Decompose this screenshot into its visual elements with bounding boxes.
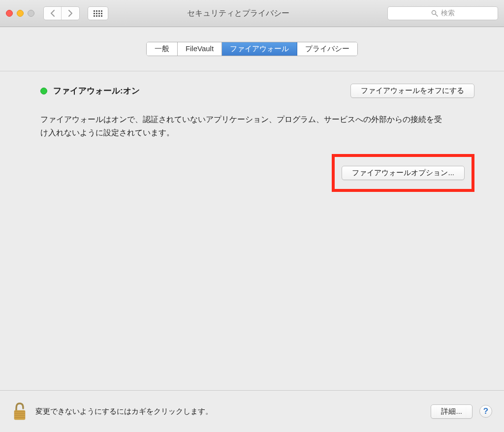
highlight-annotation: ファイアウォールオプション... — [332, 154, 474, 192]
turn-off-firewall-button[interactable]: ファイアウォールをオフにする — [350, 84, 474, 98]
firewall-status: ファイアウォール:オン — [40, 85, 140, 96]
tab-privacy[interactable]: プライバシー — [297, 42, 357, 56]
minimize-window-button[interactable] — [17, 10, 24, 17]
preferences-window: セキュリティとプライバシー 検索 一般 FileVault ファイアウォール プ… — [0, 0, 504, 432]
tabs-container: 一般 FileVault ファイアウォール プライバシー — [0, 42, 504, 56]
lock-icon[interactable] — [12, 401, 28, 421]
lock-description: 変更できないようにするにはカギをクリックします。 — [35, 407, 423, 416]
footer-bar: 変更できないようにするにはカギをクリックします。 詳細... ? — [0, 390, 504, 432]
status-indicator-icon — [40, 88, 47, 94]
svg-rect-5 — [14, 415, 25, 416]
tab-filevault[interactable]: FileVault — [178, 42, 222, 56]
maximize-window-button[interactable] — [28, 10, 34, 17]
tab-general[interactable]: 一般 — [147, 42, 178, 56]
svg-rect-3 — [14, 411, 25, 412]
search-icon — [431, 10, 438, 17]
search-input[interactable]: 検索 — [387, 6, 498, 20]
svg-point-0 — [432, 11, 436, 15]
forward-button[interactable] — [62, 7, 79, 20]
traffic-lights — [6, 10, 34, 17]
back-button[interactable] — [44, 7, 62, 20]
advanced-button[interactable]: 詳細... — [431, 404, 472, 419]
firewall-panel: ファイアウォール:オン ファイアウォールをオフにする ファイアウォールはオンで、… — [0, 71, 504, 390]
close-window-button[interactable] — [6, 10, 13, 17]
footer-right: 詳細... ? — [431, 404, 492, 419]
firewall-description: ファイアウォールはオンで、認証されていないアプリケーション、プログラム、サービス… — [40, 113, 449, 139]
firewall-status-label: ファイアウォール:オン — [53, 85, 140, 96]
content-area: 一般 FileVault ファイアウォール プライバシー ファイアウォール:オン… — [0, 27, 504, 432]
nav-buttons-group — [43, 6, 80, 20]
titlebar: セキュリティとプライバシー 検索 — [0, 0, 504, 27]
chevron-right-icon — [67, 10, 73, 17]
svg-rect-4 — [14, 413, 25, 414]
firewall-status-row: ファイアウォール:オン ファイアウォールをオフにする — [40, 84, 474, 98]
tab-firewall[interactable]: ファイアウォール — [222, 42, 297, 56]
firewall-options-button[interactable]: ファイアウォールオプション... — [342, 166, 465, 180]
help-button[interactable]: ? — [479, 405, 492, 418]
firewall-options-row: ファイアウォールオプション... — [40, 154, 474, 192]
svg-rect-6 — [14, 417, 25, 418]
chevron-left-icon — [50, 10, 56, 17]
search-placeholder: 検索 — [441, 9, 455, 18]
tab-group: 一般 FileVault ファイアウォール プライバシー — [146, 42, 358, 56]
svg-line-1 — [436, 14, 438, 16]
window-title: セキュリティとプライバシー — [93, 8, 383, 19]
